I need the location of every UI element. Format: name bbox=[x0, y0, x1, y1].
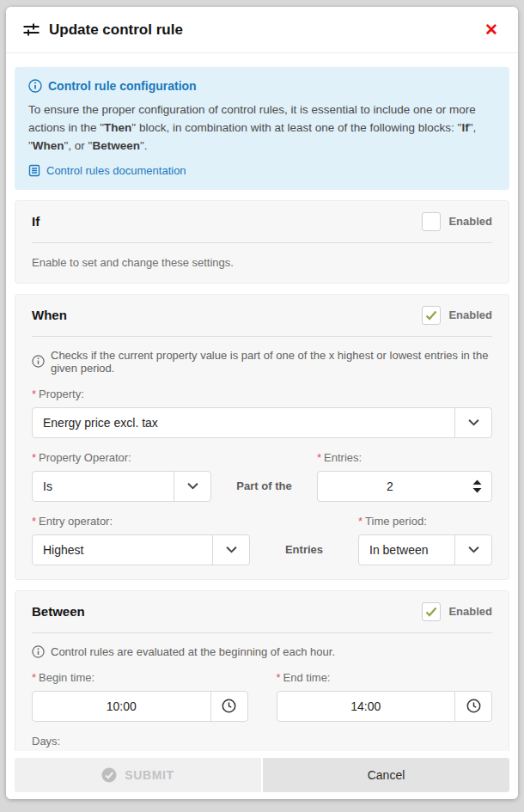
part-of-the-label: Part of the bbox=[211, 479, 317, 502]
chevron-down-icon bbox=[454, 535, 491, 565]
chevron-down-icon bbox=[174, 472, 210, 501]
begin-time-value: 10:00 bbox=[33, 692, 210, 721]
between-enabled-checkbox[interactable] bbox=[422, 602, 441, 621]
clock-icon[interactable] bbox=[454, 692, 491, 721]
property-label: *Property: bbox=[32, 388, 492, 400]
property-operator-value: Is bbox=[33, 472, 174, 501]
document-icon bbox=[28, 164, 40, 177]
when-section-note: Checks if the current property value is … bbox=[32, 349, 492, 375]
when-section-header: When Enabled bbox=[32, 295, 492, 337]
end-time-value: 14:00 bbox=[277, 692, 455, 721]
property-select-value: Energy price excl. tax bbox=[33, 408, 454, 437]
cancel-button-label: Cancel bbox=[368, 768, 405, 782]
if-section-description: Enable to set and change these settings. bbox=[32, 256, 492, 269]
banner-title-row: Control rule configuration bbox=[28, 79, 496, 93]
property-operator-select[interactable]: Is bbox=[32, 471, 211, 502]
documentation-link-label: Control rules documentation bbox=[46, 164, 186, 177]
dialog-title: Update control rule bbox=[49, 21, 183, 39]
if-enabled-label: Enabled bbox=[448, 215, 492, 228]
begin-time-label: *Begin time: bbox=[32, 671, 248, 684]
end-time-input[interactable]: 14:00 bbox=[277, 691, 493, 722]
time-period-label: *Time period: bbox=[358, 515, 492, 528]
sliders-icon bbox=[22, 21, 40, 39]
between-section-header: Between Enabled bbox=[32, 591, 492, 633]
entries-mid-label: Entries bbox=[250, 543, 358, 565]
between-section: Between Enabled Control rules are evalua… bbox=[15, 590, 509, 751]
time-period-value: In between bbox=[359, 535, 454, 565]
if-section-title: If bbox=[32, 214, 40, 229]
submit-button-label: SUBMIT bbox=[125, 768, 174, 782]
entries-number-input[interactable]: 2 bbox=[317, 471, 492, 502]
days-label: Days: bbox=[32, 735, 492, 748]
banner-body: To ensure the proper configuration of co… bbox=[28, 101, 496, 156]
close-icon[interactable]: ✕ bbox=[481, 20, 502, 40]
clock-icon[interactable] bbox=[210, 692, 247, 721]
when-section-title: When bbox=[32, 308, 67, 322]
when-section: When Enabled Checks if the current prope… bbox=[15, 294, 509, 580]
between-section-title: Between bbox=[32, 604, 85, 619]
chevron-down-icon bbox=[212, 535, 249, 565]
if-section-header: If Enabled bbox=[32, 201, 492, 243]
entry-operator-label: *Entry operator: bbox=[32, 515, 250, 528]
config-info-banner: Control rule configuration To ensure the… bbox=[15, 67, 509, 190]
time-period-select[interactable]: In between bbox=[358, 534, 492, 565]
when-enabled-label: Enabled bbox=[448, 308, 492, 321]
info-icon bbox=[32, 645, 45, 658]
entry-operator-value: Highest bbox=[33, 535, 212, 565]
info-icon bbox=[28, 79, 42, 93]
dialog-header: Update control rule ✕ bbox=[6, 7, 518, 53]
submit-button[interactable]: SUBMIT bbox=[15, 758, 261, 792]
property-select[interactable]: Energy price excl. tax bbox=[32, 407, 492, 438]
cancel-button[interactable]: Cancel bbox=[263, 758, 509, 792]
end-time-label: *End time: bbox=[277, 671, 493, 684]
entry-operator-select[interactable]: Highest bbox=[32, 534, 250, 565]
chevron-down-icon bbox=[454, 408, 491, 437]
update-control-rule-dialog: Update control rule ✕ Control rule confi… bbox=[6, 7, 518, 799]
number-stepper-icon[interactable] bbox=[462, 472, 491, 501]
entries-value: 2 bbox=[318, 472, 462, 501]
dialog-footer: SUBMIT Cancel bbox=[6, 751, 518, 799]
property-operator-label: *Property Operator: bbox=[32, 451, 211, 464]
banner-title: Control rule configuration bbox=[48, 79, 197, 93]
if-section: If Enabled Enable to set and change thes… bbox=[15, 200, 509, 284]
entries-label: *Entries: bbox=[317, 451, 492, 464]
when-enabled-checkbox[interactable] bbox=[422, 306, 441, 325]
if-enabled-checkbox[interactable] bbox=[422, 212, 441, 231]
begin-time-input[interactable]: 10:00 bbox=[32, 691, 248, 722]
documentation-link[interactable]: Control rules documentation bbox=[28, 164, 496, 177]
between-section-note: Control rules are evaluated at the begin… bbox=[32, 645, 492, 658]
info-icon bbox=[32, 355, 45, 368]
between-enabled-label: Enabled bbox=[448, 605, 492, 618]
dialog-content: Control rule configuration To ensure the… bbox=[6, 53, 518, 751]
check-circle-icon bbox=[101, 767, 117, 783]
